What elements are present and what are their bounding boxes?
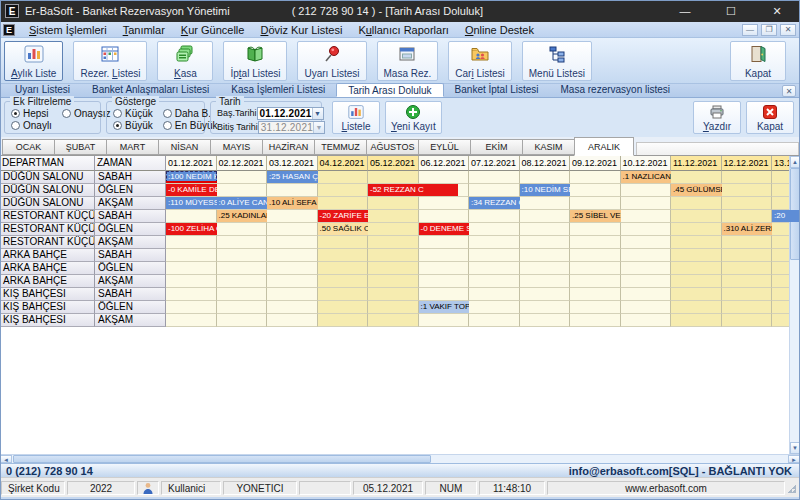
reservation-block[interactable]: .50 SAĞLIK OC (318, 223, 369, 235)
reservation-block[interactable]: :1 VAKIF TOPL (419, 301, 470, 313)
reservation-block[interactable]: :110 MÜYESSE (166, 197, 217, 209)
grid-cell[interactable] (469, 249, 520, 262)
listele-button[interactable]: Listele (332, 101, 380, 134)
maximize-button[interactable]: ☐ (708, 5, 754, 18)
grid-cell[interactable]: :0 ALİYE CAN (217, 197, 268, 210)
radio-option[interactable]: Onaylı (11, 120, 52, 131)
grid-cell[interactable] (570, 171, 621, 184)
grid-cell[interactable] (217, 262, 268, 275)
month-tab[interactable]: AĞUSTOS (366, 139, 418, 155)
grid-cell[interactable] (368, 236, 419, 249)
grid-cell[interactable] (267, 301, 318, 314)
grid-cell[interactable]: .310 ALİ ZERR (722, 223, 773, 236)
radio-option[interactable]: Büyük (113, 120, 153, 131)
grid-cell[interactable] (520, 262, 571, 275)
doc-tab[interactable]: Masa rezervasyon listesi (550, 83, 681, 97)
grid-cell[interactable] (166, 288, 217, 301)
grid-cell[interactable]: :20 (772, 210, 800, 223)
grid-cell[interactable] (166, 236, 217, 249)
grid-cell[interactable] (722, 210, 773, 223)
grid-cell[interactable] (419, 171, 470, 184)
reservation-block[interactable]: -100 ZELİHA Ç (166, 223, 217, 235)
grid-cell[interactable] (570, 249, 621, 262)
month-tab[interactable]: KASIM (522, 139, 574, 155)
kapat-button[interactable]: Kapat (746, 101, 794, 134)
aylık-liste-button[interactable]: Aylık Liste (4, 41, 63, 81)
scroll-right-icon[interactable] (788, 455, 800, 463)
reservation-block[interactable]: :25 HASAN ÇA (267, 171, 318, 183)
grid-cell[interactable] (267, 210, 318, 223)
grid-cell[interactable] (368, 301, 419, 314)
grid-cell[interactable]: .45 GÜLÜMSER (671, 184, 722, 197)
masa-rez--button[interactable]: Masa Rez. (377, 41, 439, 81)
grid-cell[interactable] (267, 249, 318, 262)
kasa-button[interactable]: Kasa (157, 41, 213, 81)
grid-cell[interactable]: .1 NAZLICAN D (621, 171, 672, 184)
minimize-button[interactable]: — (662, 5, 708, 17)
radio-option[interactable]: Küçük (113, 108, 153, 119)
grid-cell[interactable] (722, 262, 773, 275)
menu-item[interactable]: Sistem İşlemleri (21, 24, 115, 36)
grid-cell[interactable] (267, 236, 318, 249)
reservation-block[interactable]: :100 NEDİM H (166, 171, 217, 183)
kapat-button[interactable]: Kapat (730, 41, 786, 81)
grid-cell[interactable] (621, 236, 672, 249)
month-tab[interactable]: HAZİRAN (262, 139, 314, 155)
grid-cell[interactable] (621, 197, 672, 210)
grid-cell[interactable] (671, 171, 722, 184)
grid-cell[interactable] (621, 249, 672, 262)
grid-cell[interactable] (520, 275, 571, 288)
grid-cell[interactable] (318, 249, 369, 262)
reservation-block[interactable]: -0 DENEME Sİ (419, 223, 470, 235)
grid-cell[interactable] (621, 301, 672, 314)
horizontal-scrollbar[interactable] (0, 454, 800, 463)
grid-cell[interactable] (419, 197, 470, 210)
scroll-down-icon[interactable] (790, 442, 800, 454)
yazdır-button[interactable]: Yazdır (693, 101, 741, 134)
grid-cell[interactable] (368, 288, 419, 301)
grid-cell[interactable] (318, 275, 369, 288)
grid-cell[interactable] (166, 301, 217, 314)
reservation-block[interactable]: .1 NAZLICAN D (621, 171, 672, 183)
mdi-restore-button[interactable]: ❐ (761, 24, 777, 36)
grid-cell[interactable] (469, 171, 520, 184)
i-ptal-listesi-button[interactable]: İptal Listesi (223, 41, 287, 81)
grid-cell[interactable]: .10 ALİ SEFA (267, 197, 318, 210)
mdi-minimize-button[interactable]: — (742, 24, 758, 36)
grid-cell[interactable] (217, 223, 268, 236)
grid-cell[interactable] (469, 301, 520, 314)
month-tab[interactable]: MAYIS (210, 139, 262, 155)
menu-item[interactable]: Kur Güncelle (173, 24, 253, 36)
grid-cell[interactable] (368, 275, 419, 288)
grid-cell[interactable] (671, 223, 722, 236)
grid-cell[interactable] (267, 314, 318, 327)
grid-cell[interactable] (722, 249, 773, 262)
reservation-block[interactable]: .25 SİBEL VE A (570, 210, 621, 222)
grid-cell[interactable] (570, 275, 621, 288)
month-tab[interactable]: TEMMUZ (314, 139, 366, 155)
grid-cell[interactable] (621, 288, 672, 301)
grid-cell[interactable] (671, 314, 722, 327)
grid-cell[interactable] (520, 171, 571, 184)
yeni-kayıt-button[interactable]: Yeni Kayıt (385, 101, 442, 134)
grid-cell[interactable]: :100 NEDİM H (166, 171, 217, 184)
grid-cell[interactable]: -100 ZELİHA Ç (166, 223, 217, 236)
grid-cell[interactable] (722, 184, 773, 197)
grid-cell[interactable] (217, 236, 268, 249)
menu-item[interactable]: Online Destek (457, 24, 542, 36)
reservation-block[interactable]: .10 ALİ SEFA (267, 197, 318, 209)
horizontal-scroll-thumb[interactable] (13, 455, 431, 463)
grid-cell[interactable] (469, 275, 520, 288)
grid-cell[interactable] (318, 314, 369, 327)
grid-cell[interactable]: .25 KADINLAR (217, 210, 268, 223)
grid-cell[interactable] (368, 171, 419, 184)
grid-cell[interactable] (318, 171, 369, 184)
grid-cell[interactable] (520, 249, 571, 262)
grid-cell[interactable] (722, 197, 773, 210)
grid-cell[interactable] (722, 171, 773, 184)
grid-cell[interactable] (469, 223, 520, 236)
grid-cell[interactable] (368, 197, 419, 210)
grid-cell[interactable] (520, 301, 571, 314)
grid-cell[interactable] (267, 288, 318, 301)
grid-cell[interactable] (570, 197, 621, 210)
